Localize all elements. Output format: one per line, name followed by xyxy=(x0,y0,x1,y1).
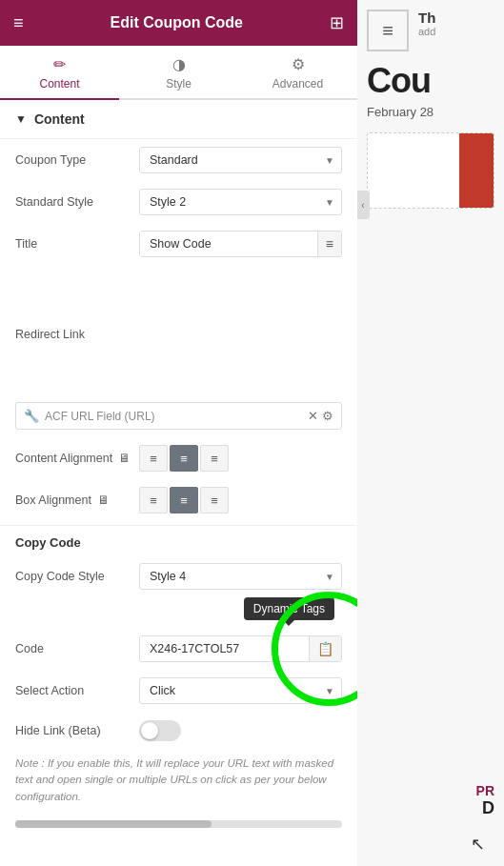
bottom-labels: PR D xyxy=(476,783,494,818)
cursor-container: ↖ xyxy=(471,834,485,855)
coupon-card xyxy=(367,132,494,209)
content-area: ▼ Content Coupon Type Standard Percentag… xyxy=(0,100,357,866)
code-input[interactable] xyxy=(140,636,309,661)
copy-code-style-control: Style 1 Style 2 Style 3 Style 4 ▼ xyxy=(139,563,342,590)
right-top-bar: ≡ Th add xyxy=(357,0,504,57)
code-row-wrapper: Dynamic Tags Code 📋 xyxy=(0,597,357,670)
copy-code-section-title: Copy Code xyxy=(0,526,357,555)
dynamic-tags-tooltip: Dynamic Tags xyxy=(244,597,334,620)
advanced-tab-icon: ⚙ xyxy=(292,55,305,73)
page-title: Edit Coupon Code xyxy=(110,14,243,31)
content-align-left-button[interactable]: ≡ xyxy=(139,445,168,472)
field-content-alignment: Content Alignment 🖥 ≡ ≡ ≡ xyxy=(0,437,357,479)
hide-link-note: Note : If you enable this, It will repla… xyxy=(0,750,357,816)
select-action-control: Click Hover None ▼ xyxy=(139,677,342,704)
field-standard-style: Standard Style Style 1 Style 2 Style 3 ▼ xyxy=(0,181,357,223)
tooltip-container: Dynamic Tags xyxy=(0,597,357,628)
coupon-title: Cou xyxy=(357,57,504,105)
tab-content[interactable]: ✏ Content xyxy=(0,46,119,98)
field-copy-code-style: Copy Code Style Style 1 Style 2 Style 3 … xyxy=(0,555,357,597)
box-alignment-text: Box Alignment xyxy=(15,493,91,507)
tab-content-label: Content xyxy=(39,77,79,91)
field-code: Code 📋 xyxy=(0,628,357,670)
content-tab-icon: ✏ xyxy=(53,55,66,73)
hide-link-toggle[interactable] xyxy=(139,720,181,741)
panel-collapse-button[interactable]: ‹ xyxy=(357,191,370,219)
coupon-type-label: Coupon Type xyxy=(15,153,139,167)
standard-style-label: Standard Style xyxy=(15,195,139,209)
copy-code-style-select[interactable]: Style 1 Style 2 Style 3 Style 4 xyxy=(139,563,342,590)
right-panel: ≡ Th add Cou February 28 ‹ PR D ↖ xyxy=(357,0,504,866)
url-settings-icon[interactable]: ⚙ xyxy=(322,409,333,423)
cursor-icon: ↖ xyxy=(471,835,485,854)
scrollbar-thumb xyxy=(15,820,212,828)
copy-code-style-label: Copy Code Style xyxy=(15,570,139,583)
toggle-knob xyxy=(141,722,158,739)
box-align-center-button[interactable]: ≡ xyxy=(170,487,198,514)
wrench-icon: 🔧 xyxy=(24,409,39,423)
content-align-right-button[interactable]: ≡ xyxy=(200,445,229,472)
field-title: Title ≡ xyxy=(0,223,357,265)
site-logo-box: ≡ xyxy=(367,10,409,51)
copy-code-section: Copy Code Copy Code Style Style 1 Style … xyxy=(0,525,357,816)
url-clear-icon[interactable]: ✕ xyxy=(308,409,318,423)
scrollbar[interactable] xyxy=(15,820,342,828)
site-info: Th add xyxy=(418,10,435,37)
logo-icon: ≡ xyxy=(382,20,393,42)
box-align-right-button[interactable]: ≡ xyxy=(200,487,229,514)
select-action-select[interactable]: Click Hover None xyxy=(139,677,342,704)
hide-link-label: Hide Link (Beta) xyxy=(15,724,139,737)
tab-style-label: Style xyxy=(166,77,192,91)
field-redirect-link: Redirect Link 🔧 ACF URL Field (URL) ✕ ⚙ xyxy=(0,265,357,437)
content-alignment-monitor-icon: 🖥 xyxy=(118,452,131,465)
title-control: ≡ xyxy=(139,231,342,257)
standard-style-select[interactable]: Style 1 Style 2 Style 3 xyxy=(139,189,342,215)
grid-icon[interactable]: ⊞ xyxy=(330,12,344,33)
coupon-date: February 28 xyxy=(357,105,504,127)
title-lines-icon[interactable]: ≡ xyxy=(317,232,341,256)
code-copy-icon[interactable]: 📋 xyxy=(309,636,341,661)
section-title-label: Content xyxy=(34,111,85,127)
box-align-left-button[interactable]: ≡ xyxy=(139,487,168,514)
content-alignment-text: Content Alignment xyxy=(15,452,112,465)
tooltip-arrow-icon xyxy=(283,620,294,626)
acf-url-text: ACF URL Field (URL) xyxy=(45,410,302,423)
content-alignment-buttons: ≡ ≡ ≡ xyxy=(139,445,342,472)
hide-link-control xyxy=(139,720,342,741)
field-coupon-type: Coupon Type Standard Percentage Fixed ▼ xyxy=(0,139,357,181)
section-header-content: ▼ Content xyxy=(0,100,357,139)
coupon-type-select[interactable]: Standard Percentage Fixed xyxy=(139,147,342,173)
tab-advanced[interactable]: ⚙ Advanced xyxy=(238,46,357,98)
title-label: Title xyxy=(15,237,139,251)
tabs-bar: ✏ Content ◑ Style ⚙ Advanced xyxy=(0,46,357,100)
code-label: Code xyxy=(15,642,139,655)
bottom-d: D xyxy=(476,798,494,818)
box-alignment-label: Box Alignment 🖥 xyxy=(15,493,139,507)
style-tab-icon: ◑ xyxy=(172,55,186,73)
field-hide-link: Hide Link (Beta) xyxy=(0,712,357,750)
menu-icon[interactable]: ≡ xyxy=(13,13,24,33)
field-select-action: Select Action Click Hover None ▼ xyxy=(0,670,357,712)
bottom-pr: PR xyxy=(476,783,494,798)
left-panel: ≡ Edit Coupon Code ⊞ ✏ Content ◑ Style ⚙… xyxy=(0,0,357,866)
tab-style[interactable]: ◑ Style xyxy=(119,46,238,98)
content-align-center-button[interactable]: ≡ xyxy=(170,445,198,472)
coupon-type-control: Standard Percentage Fixed ▼ xyxy=(139,147,342,173)
box-alignment-buttons: ≡ ≡ ≡ xyxy=(139,487,342,514)
redirect-link-label: Redirect Link xyxy=(15,272,85,396)
tab-advanced-label: Advanced xyxy=(272,77,323,91)
standard-style-control: Style 1 Style 2 Style 3 ▼ xyxy=(139,189,342,215)
box-alignment-monitor-icon: 🖥 xyxy=(97,493,110,507)
coupon-red-strip xyxy=(459,133,494,208)
code-control: 📋 xyxy=(139,635,342,662)
header: ≡ Edit Coupon Code ⊞ xyxy=(0,0,357,46)
site-name: Th xyxy=(418,10,435,26)
chevron-left-icon: ‹ xyxy=(361,200,364,211)
title-input[interactable] xyxy=(140,232,317,256)
redirect-link-control: 🔧 ACF URL Field (URL) ✕ ⚙ xyxy=(15,402,342,430)
field-box-alignment: Box Alignment 🖥 ≡ ≡ ≡ xyxy=(0,479,357,521)
content-alignment-label: Content Alignment 🖥 xyxy=(15,452,139,465)
select-action-label: Select Action xyxy=(15,684,139,697)
section-arrow-icon[interactable]: ▼ xyxy=(15,112,27,126)
site-sub: add xyxy=(418,26,435,37)
